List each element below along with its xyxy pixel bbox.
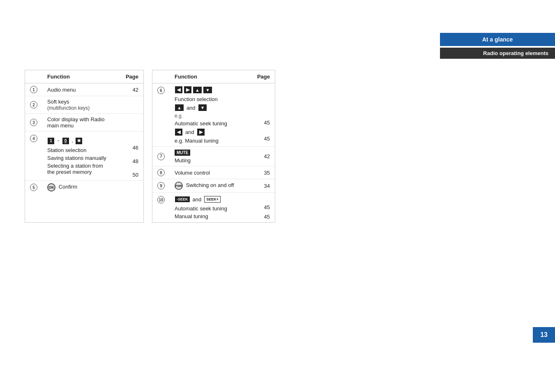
arrow-down-icon-2: ▼ (198, 104, 207, 111)
table-row: 1 Audio menu 42 (25, 83, 143, 96)
seek-plus-icon: SEEK+ (204, 196, 221, 203)
table-row: 6 ◀ ▶ ▲ ▼ Function selection ▲ (152, 83, 275, 147)
saving-stations-label: Saving stations manually (47, 155, 106, 161)
table-row: 4 1 - 0 , ✱ Station selection (25, 131, 143, 181)
row-function: 1 - 0 , ✱ Station selection Saving stati… (42, 131, 121, 181)
manual-tuning-label: e.g. Manual tuning (175, 138, 247, 144)
row-function: Audio menu (42, 83, 121, 96)
row-pages: 45 45 (252, 193, 275, 223)
left-table: Function Page 1 Audio menu 42 2 Soft key… (25, 70, 144, 223)
page-number: 13 (533, 327, 555, 343)
row-pages: 46 48 50 (121, 131, 143, 181)
row-function: Color display with Radiomain menu (42, 114, 121, 131)
arrow-left-icon: ◀ (175, 86, 182, 93)
left-col-function: Function (42, 70, 121, 83)
row-page: 42 (252, 147, 275, 166)
table-row: 8 Volume control 35 (152, 166, 275, 179)
pwr-icon: PWR (175, 182, 183, 190)
header-area: At a glance Radio operating elements (440, 33, 555, 59)
row-page: 42 (121, 83, 143, 96)
row-num: 1 (30, 86, 37, 93)
key-1-icon: 1 (48, 138, 54, 144)
row-function: OK Confirm (42, 181, 121, 194)
row-page (121, 114, 143, 131)
selecting-station-label: Selecting a station fromthe preset memor… (47, 163, 103, 175)
row-page: 34 (252, 179, 275, 193)
right-col-function: Function (170, 70, 252, 83)
row-num: 10 (157, 196, 165, 203)
table-row: 7 MUTE Muting 42 (152, 147, 275, 166)
confirm-label: Confirm (59, 184, 78, 190)
row-function: MUTE Muting (170, 147, 252, 166)
left-col-page: Page (121, 70, 143, 83)
table-row: 2 Soft keys(multifunction keys) (25, 96, 143, 114)
row-num: 7 (157, 153, 165, 160)
right-table: Function Page 6 ◀ ▶ ▲ ▼ (152, 70, 275, 223)
row-pages: 45 45 (252, 83, 275, 147)
function-selection-label: Function selection (175, 96, 247, 102)
arrow-right-icon-2: ▶ (197, 129, 205, 136)
table-row: 3 Color display with Radiomain menu (25, 114, 143, 131)
row-page (121, 96, 143, 114)
arrow-left-icon-2: ◀ (175, 129, 182, 136)
radio-operating-label: Radio operating elements (440, 48, 555, 59)
and-label-2: and (185, 129, 194, 135)
arrow-up-icon: ▲ (193, 87, 202, 93)
and-label-1: and (187, 105, 196, 111)
key-star-icon: ✱ (76, 138, 82, 144)
row-num: 5 (30, 184, 37, 191)
table-row: 9 PWR Switching on and off 34 (152, 179, 275, 193)
arrow-right-icon: ▶ (184, 86, 191, 93)
eg-auto-seek-label: e.g. (175, 113, 247, 119)
row-num: 2 (30, 101, 37, 108)
row-function: Volume control (170, 166, 252, 179)
key-0-icon: 0 (62, 138, 69, 144)
row-num: 4 (30, 135, 37, 142)
auto-seek-label: Automatic seek tuning (175, 120, 247, 127)
row-num: 8 (157, 169, 165, 176)
manual-tuning-2-label: Manual tuning (175, 213, 247, 219)
right-col-page: Page (252, 70, 275, 83)
row-function: ◀ ▶ ▲ ▼ Function selection ▲ and ▼ e.g. (170, 83, 252, 147)
row-page (121, 181, 143, 194)
arrow-down-icon: ▼ (203, 87, 212, 93)
row-page: 35 (252, 166, 275, 179)
row-num: 6 (157, 87, 165, 94)
arrow-up-icon-2: ▲ (175, 104, 184, 111)
main-content: Function Page 1 Audio menu 42 2 Soft key… (25, 70, 275, 223)
ok-icon: OK (47, 183, 55, 191)
table-row: 5 OK Confirm (25, 181, 143, 194)
auto-seek-2-label: Automatic seek tuning (175, 205, 247, 212)
row-num: 9 (157, 182, 165, 189)
row-function: PWR Switching on and off (170, 179, 252, 193)
and-label-3: and (193, 196, 202, 203)
table-row: 10 -SEEK and SEEK+ Automatic seek tuning… (152, 193, 275, 223)
row-function: Soft keys(multifunction keys) (42, 96, 121, 114)
row-function: -SEEK and SEEK+ Automatic seek tuning Ma… (170, 193, 252, 223)
mute-icon: MUTE (175, 150, 190, 156)
at-a-glance-label: At a glance (440, 33, 555, 46)
row-num: 3 (30, 119, 37, 126)
switching-label: Switching on and off (186, 182, 234, 188)
station-selection-label: Station selection (47, 147, 86, 153)
muting-label: Muting (175, 157, 247, 164)
seek-minus-icon: -SEEK (175, 196, 190, 202)
